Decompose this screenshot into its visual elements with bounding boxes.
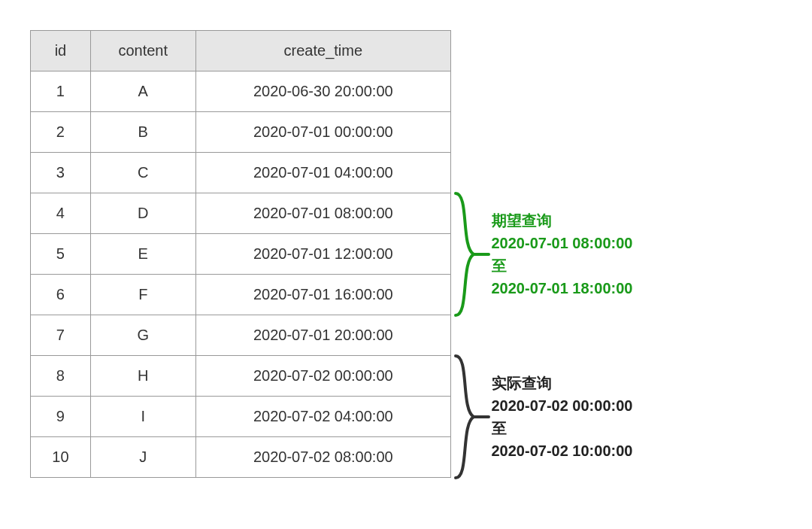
cell-time: 2020-07-01 00:00:00 <box>195 112 450 153</box>
header-time: create_time <box>195 31 450 71</box>
table-row: 1A2020-06-30 20:00:00 <box>31 71 451 112</box>
table-row: 4D2020-07-01 08:00:00 <box>31 193 451 234</box>
cell-id: 5 <box>31 234 91 275</box>
cell-id: 8 <box>31 356 91 397</box>
cell-id: 9 <box>31 397 91 437</box>
cell-id: 10 <box>31 437 91 478</box>
cell-content: F <box>90 275 195 315</box>
table-row: 3C2020-07-01 04:00:00 <box>31 153 451 193</box>
cell-time: 2020-07-01 04:00:00 <box>195 153 450 193</box>
cell-time: 2020-07-02 00:00:00 <box>195 356 450 397</box>
cell-content: H <box>90 356 195 397</box>
table-row: 7G2020-07-01 20:00:00 <box>31 315 451 356</box>
cell-content: B <box>90 112 195 153</box>
cell-content: J <box>90 437 195 478</box>
bracket-actual-icon <box>456 353 486 485</box>
cell-id: 1 <box>31 71 91 112</box>
cell-time: 2020-07-01 16:00:00 <box>195 275 450 315</box>
annotation-actual-to: 2020-07-02 10:00:00 <box>492 439 633 462</box>
table-row: 6F2020-07-01 16:00:00 <box>31 275 451 315</box>
cell-time: 2020-07-02 04:00:00 <box>195 397 450 437</box>
annotation-actual-title: 实际查询 <box>492 372 633 394</box>
cell-time: 2020-07-01 20:00:00 <box>195 315 450 356</box>
bracket-expected-icon <box>456 190 486 322</box>
annotation-expected-to-label: 至 <box>492 254 633 277</box>
annotation-expected-to: 2020-07-01 18:00:00 <box>492 277 633 299</box>
header-id: id <box>31 31 91 71</box>
cell-content: D <box>90 193 195 234</box>
cell-id: 6 <box>31 275 91 315</box>
table-row: 2B2020-07-01 00:00:00 <box>31 112 451 153</box>
annotation-actual-from: 2020-07-02 00:00:00 <box>492 394 633 417</box>
cell-content: A <box>90 71 195 112</box>
table-row: 8H2020-07-02 00:00:00 <box>31 356 451 397</box>
cell-content: I <box>90 397 195 437</box>
cell-id: 2 <box>31 112 91 153</box>
cell-time: 2020-07-01 12:00:00 <box>195 234 450 275</box>
table-row: 10J2020-07-02 08:00:00 <box>31 437 451 478</box>
annotation-actual: 实际查询 2020-07-02 00:00:00 至 2020-07-02 10… <box>492 372 633 462</box>
cell-content: C <box>90 153 195 193</box>
cell-id: 7 <box>31 315 91 356</box>
annotation-expected-title: 期望查询 <box>492 209 633 232</box>
cell-id: 3 <box>31 153 91 193</box>
data-table: id content create_time 1A2020-06-30 20:0… <box>30 30 451 478</box>
cell-time: 2020-07-02 08:00:00 <box>195 437 450 478</box>
header-content: content <box>90 31 195 71</box>
table-header-row: id content create_time <box>31 31 451 71</box>
cell-time: 2020-07-01 08:00:00 <box>195 193 450 234</box>
annotation-expected-from: 2020-07-01 08:00:00 <box>492 232 633 254</box>
cell-time: 2020-06-30 20:00:00 <box>195 71 450 112</box>
cell-id: 4 <box>31 193 91 234</box>
table-row: 5E2020-07-01 12:00:00 <box>31 234 451 275</box>
cell-content: G <box>90 315 195 356</box>
cell-content: E <box>90 234 195 275</box>
table-row: 9I2020-07-02 04:00:00 <box>31 397 451 437</box>
annotation-expected: 期望查询 2020-07-01 08:00:00 至 2020-07-01 18… <box>492 209 633 299</box>
annotation-actual-to-label: 至 <box>492 417 633 439</box>
